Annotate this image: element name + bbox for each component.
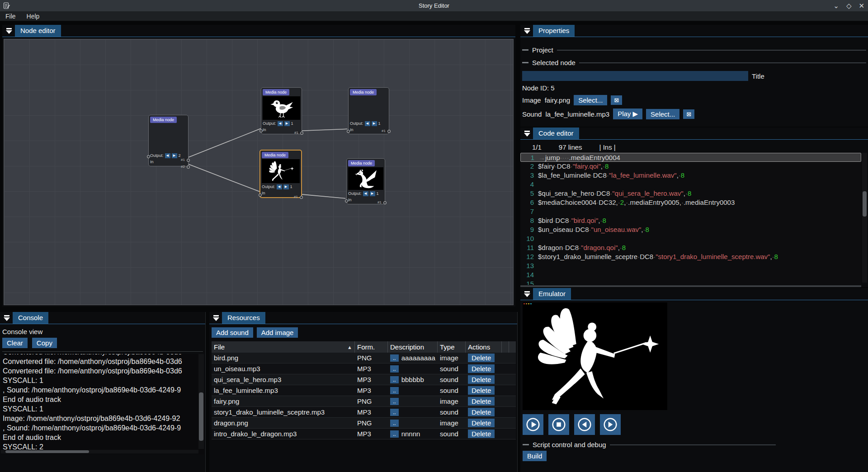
sound-clear-button[interactable]: ⊠ (683, 109, 694, 119)
console-output[interactable]: Convertered file: /home/anthony/ostproj/… (1, 354, 204, 454)
tab-console[interactable]: Console (13, 312, 48, 324)
edit-description-button[interactable]: .. (390, 387, 399, 394)
play-button[interactable] (523, 414, 543, 435)
output-port[interactable] (383, 201, 387, 204)
output-decrement-button[interactable]: ◀ (278, 121, 283, 126)
code-line[interactable]: 14 (520, 270, 861, 279)
code-line[interactable]: 1→jump····.mediaEntry0004 (520, 153, 861, 162)
delete-button[interactable]: Delete (468, 397, 495, 406)
menu-help[interactable]: Help (21, 11, 45, 21)
collapse-panel-button[interactable] (522, 26, 532, 36)
scrollbar-thumb[interactable] (5, 450, 89, 453)
graph-node-bird[interactable]: Media nodeOutput:◀▶1In#1 (261, 87, 302, 134)
delete-button[interactable]: Delete (468, 386, 495, 395)
table-row[interactable]: la_fee_luminelle.mp3MP3..soundDelete (212, 385, 516, 396)
output-increment-button[interactable]: ▶ (370, 191, 375, 196)
output-port[interactable] (187, 159, 190, 162)
edit-description-button[interactable]: .. (390, 420, 399, 427)
delete-button[interactable]: Delete (468, 430, 495, 438)
collapse-panel-button[interactable] (2, 313, 12, 323)
column-file[interactable]: File▲ (212, 341, 355, 353)
collapse-panel-button[interactable] (211, 313, 221, 323)
code-line[interactable]: 7 (520, 207, 861, 216)
stop-button[interactable] (548, 414, 569, 435)
output-increment-button[interactable]: ▶ (172, 153, 177, 158)
maximize-button[interactable]: ◇ (846, 0, 852, 11)
tab-code-editor[interactable]: Code editor (533, 127, 579, 139)
table-row[interactable]: dragon.pngPNG..imageDelete (212, 418, 516, 429)
output-decrement-button[interactable]: ◀ (277, 184, 282, 189)
output-increment-button[interactable]: ▶ (284, 121, 290, 126)
table-row[interactable]: bird.pngPNG..aaaaaaaaaimageDelete (212, 353, 516, 363)
image-clear-button[interactable]: ⊠ (611, 95, 622, 105)
table-row[interactable]: un_oiseau.mp3MP3..soundDelete (212, 363, 516, 374)
tab-properties[interactable]: Properties (533, 25, 575, 37)
output-decrement-button[interactable]: ◀ (165, 153, 170, 158)
code-text-area[interactable]: 1→jump····.mediaEntry00042$fairy·DC8·"fa… (520, 153, 861, 285)
build-button[interactable]: Build (523, 451, 547, 461)
table-row[interactable]: intro_drako_le_dragon.mp3MP3..nnnnnsound… (212, 429, 516, 439)
graph-node-entry[interactable]: Media nodeOutput:◀▶2In#1#2 (148, 115, 189, 166)
graph-node-fairy[interactable]: Media nodeOutput:◀▶1In#1 (259, 150, 302, 198)
scrollbar-thumb[interactable] (863, 191, 867, 217)
minimize-button[interactable]: ⌄ (833, 0, 839, 11)
output-decrement-button[interactable]: ◀ (363, 191, 368, 196)
input-port[interactable] (347, 130, 350, 133)
forward-button[interactable] (600, 414, 621, 435)
edit-description-button[interactable]: .. (390, 398, 399, 405)
column-format[interactable]: Form. (355, 341, 388, 353)
code-vertical-scrollbar[interactable] (862, 153, 867, 283)
back-button[interactable] (574, 414, 595, 435)
output-port[interactable] (387, 130, 391, 133)
clear-button[interactable]: Clear (2, 338, 28, 348)
column-description[interactable]: Description (388, 341, 438, 353)
collapse-panel-button[interactable] (522, 128, 532, 138)
output-decrement-button[interactable]: ◀ (365, 121, 370, 126)
tab-node-editor[interactable]: Node editor (15, 25, 61, 37)
delete-button[interactable]: Delete (468, 364, 495, 373)
table-row[interactable]: fairy.pngPNG..imageDelete (212, 396, 516, 407)
code-line[interactable]: 6$mediaChoice0004·DC32,·2,·.mediaEntry00… (520, 198, 861, 207)
output-port[interactable] (187, 165, 190, 169)
input-port[interactable] (259, 129, 263, 132)
add-image-button[interactable]: Add image (257, 327, 298, 338)
table-row[interactable]: qui_sera_le_hero.mp3MP3..bbbbbbsoundDele… (212, 374, 516, 385)
code-line[interactable]: 10 (520, 234, 861, 243)
code-line[interactable]: 12$story1_drako_luminelle_sceptre·DC8·"s… (520, 252, 861, 261)
node-graph-canvas[interactable]: Media nodeOutput:◀▶2In#1#2Media nodeOutp… (4, 39, 514, 305)
collapse-panel-button[interactable] (522, 289, 532, 299)
node-title-input[interactable] (522, 71, 748, 81)
code-line[interactable]: 2$fairy·DC8·"fairy.qoi",·8 (520, 162, 861, 171)
input-port[interactable] (345, 199, 348, 203)
code-line[interactable]: 3$la_fee_luminelle·DC8·"la_fee_luminelle… (520, 171, 861, 180)
edit-description-button[interactable]: .. (390, 376, 399, 383)
menu-file[interactable]: File (0, 11, 21, 21)
code-line[interactable]: 5$qui_sera_le_hero·DC8·"qui_sera_le_hero… (520, 189, 861, 198)
image-select-button[interactable]: Select... (574, 95, 607, 105)
tab-emulator[interactable]: Emulator (533, 288, 571, 300)
output-increment-button[interactable]: ▶ (283, 184, 289, 189)
code-line[interactable]: 9$un_oiseau·DC8·"un_oiseau.wav",·8 (520, 225, 861, 234)
column-type[interactable]: Type (438, 341, 466, 353)
console-vertical-scrollbar[interactable] (198, 354, 204, 449)
add-sound-button[interactable]: Add sound (212, 327, 253, 338)
collapse-panel-button[interactable] (4, 26, 14, 36)
code-line[interactable]: 11$dragon·DC8·"dragon.qoi",·8 (520, 243, 861, 252)
console-horizontal-scrollbar[interactable] (1, 450, 198, 453)
sound-play-button[interactable]: Play ▶ (613, 109, 642, 119)
copy-button[interactable]: Copy (32, 338, 57, 348)
delete-button[interactable]: Delete (468, 419, 495, 427)
code-line[interactable]: 8$bird·DC8·"bird.qoi",·8 (520, 216, 861, 225)
input-port[interactable] (147, 155, 150, 158)
graph-node-dragon[interactable]: Media nodeOutput:◀▶1In#1 (346, 158, 385, 204)
scrollbar-thumb[interactable] (199, 392, 203, 441)
edit-description-button[interactable]: .. (390, 354, 399, 362)
output-increment-button[interactable]: ▶ (372, 121, 377, 126)
code-line[interactable]: 15 (520, 279, 861, 285)
tab-resources[interactable]: Resources (222, 312, 265, 324)
code-horizontal-scrollbar[interactable] (520, 285, 861, 287)
sound-select-button[interactable]: Select... (646, 109, 679, 119)
input-port[interactable] (259, 194, 262, 197)
code-line[interactable]: 13 (520, 261, 861, 270)
delete-button[interactable]: Delete (468, 375, 495, 384)
